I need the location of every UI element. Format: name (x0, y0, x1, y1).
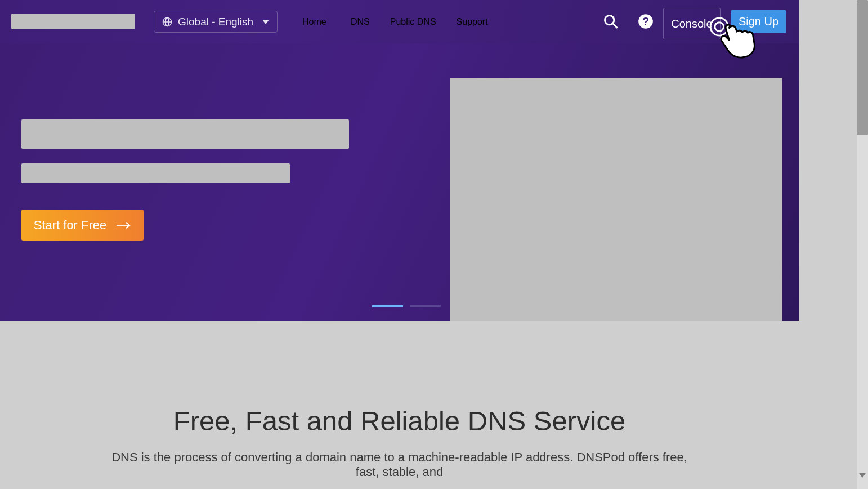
pager-dot-1[interactable] (372, 305, 403, 307)
help-icon: ? (638, 14, 654, 29)
signup-button[interactable]: Sign Up (731, 10, 786, 33)
logo-placeholder (11, 14, 135, 29)
nav-dns[interactable]: DNS (351, 17, 370, 27)
svg-point-3 (605, 16, 614, 25)
console-label: Console (671, 17, 712, 30)
intro-title: Free, Fast and Reliable DNS Service (0, 405, 799, 437)
hero-banner: Start for Free (0, 43, 799, 321)
scrollbar-down-button[interactable] (857, 462, 868, 489)
search-button[interactable] (603, 14, 619, 29)
intro-section: Free, Fast and Reliable DNS Service DNS … (0, 321, 799, 489)
svg-line-4 (613, 24, 618, 28)
region-label: Global - English (178, 16, 253, 28)
hero-subtitle-placeholder (21, 163, 290, 183)
console-button[interactable]: Console (663, 8, 721, 39)
nav-home[interactable]: Home (302, 17, 326, 27)
globe-icon (162, 17, 172, 27)
nav-support[interactable]: Support (457, 17, 488, 27)
hero-image-placeholder (450, 78, 782, 321)
arrow-right-icon (117, 221, 131, 229)
search-icon (603, 14, 619, 29)
intro-body: DNS is the process of converting a domai… (0, 450, 799, 479)
nav-public-dns[interactable]: Public DNS (390, 17, 436, 27)
carousel-pager (372, 305, 441, 307)
scrollbar-thumb[interactable] (857, 0, 868, 135)
pager-dot-2[interactable] (410, 305, 441, 307)
top-header: Global - English Home DNS Public DNS Sup… (0, 0, 799, 43)
hero-title-placeholder (21, 119, 349, 149)
svg-text:?: ? (642, 15, 649, 28)
signup-label: Sign Up (739, 15, 778, 28)
chevron-down-icon (262, 20, 269, 24)
start-for-free-button[interactable]: Start for Free (21, 210, 144, 241)
start-label: Start for Free (34, 218, 107, 233)
help-button[interactable]: ? (638, 14, 654, 29)
region-select[interactable]: Global - English (154, 11, 278, 33)
